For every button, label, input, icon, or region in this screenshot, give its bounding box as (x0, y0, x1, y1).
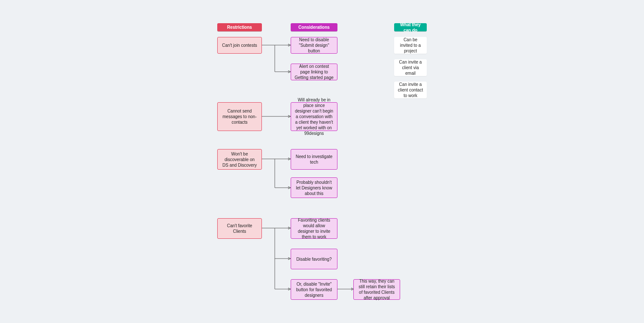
consideration-card[interactable]: Alert on contest page linking to Getting… (291, 64, 337, 80)
consideration-card-extra[interactable]: This way, they can still retain their li… (353, 279, 400, 300)
consideration-card[interactable]: Probably shouldn't let Designers know ab… (291, 177, 337, 198)
header-restrictions: Restrictions (217, 23, 262, 31)
consideration-card[interactable]: Need to disable "Submit design" button (291, 37, 337, 54)
cando-card[interactable]: Can be invited to a project (394, 37, 427, 54)
consideration-card[interactable]: Or, disable "Invite" button for favorite… (291, 279, 337, 300)
header-considerations: Considerations (291, 23, 337, 31)
consideration-card[interactable]: Favoriting clients would allow designer … (291, 218, 337, 239)
header-can-do: What they can do (394, 23, 427, 31)
consideration-card[interactable]: Will already be in place since designer … (291, 102, 337, 131)
restriction-card[interactable]: Can't join contests (217, 37, 262, 54)
consideration-card[interactable]: Need to investigate tech (291, 149, 337, 170)
restriction-card[interactable]: Won't be discoverable on DS and Discover… (217, 149, 262, 170)
cando-card[interactable]: Can invite a client contact to work (394, 82, 427, 98)
restriction-card[interactable]: Cannot send messages to non-contacts (217, 102, 262, 131)
restriction-card[interactable]: Can't favorite Clients (217, 218, 262, 239)
cando-card[interactable]: Can invite a client via email (394, 59, 427, 76)
consideration-card[interactable]: Disable favoriting? (291, 249, 337, 269)
